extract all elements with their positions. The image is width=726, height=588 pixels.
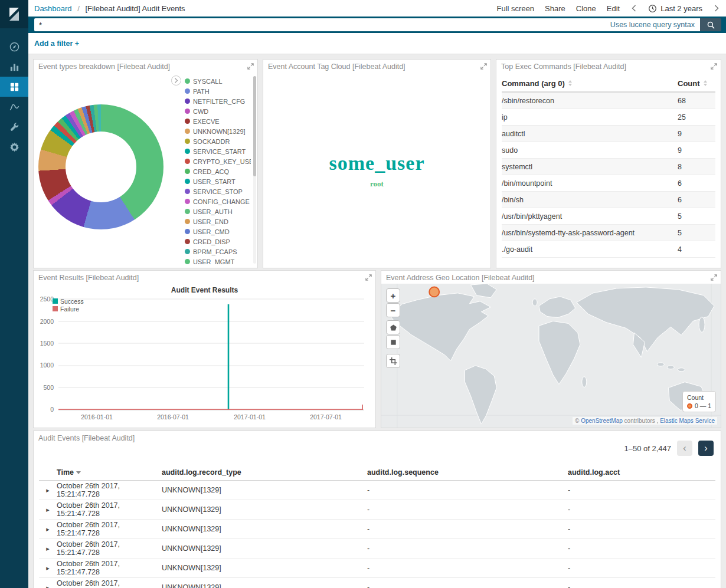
- legend-item[interactable]: CRED_DISP: [185, 236, 251, 247]
- legend-item[interactable]: USER_AUTH: [185, 206, 251, 216]
- breadcrumb-dashboard-link[interactable]: Dashboard: [34, 4, 72, 13]
- legend-item[interactable]: USER_END: [185, 216, 251, 226]
- column-header-sequence[interactable]: auditd.log.sequence: [367, 468, 568, 477]
- column-header-command[interactable]: Command (arg 0): [502, 79, 678, 88]
- legend-item[interactable]: USER_START: [185, 176, 251, 186]
- nav-visualize[interactable]: [0, 57, 28, 77]
- kibana-logo[interactable]: [0, 0, 28, 28]
- tag-some-user[interactable]: some_user: [329, 152, 425, 175]
- nav-timelion[interactable]: [0, 97, 28, 117]
- zoom-in-button[interactable]: +: [386, 288, 400, 303]
- geo-marker[interactable]: [429, 287, 439, 297]
- expand-panel-icon[interactable]: [710, 62, 718, 70]
- expand-panel-icon[interactable]: [710, 273, 718, 281]
- map-attribution: © OpenStreetMap contributors , Elastic M…: [573, 417, 717, 425]
- legend-item[interactable]: SERVICE_START: [185, 146, 251, 156]
- elastic-maps-service-link[interactable]: Elastic Maps Service: [660, 418, 715, 424]
- legend-item[interactable]: SERVICE_STOP: [185, 186, 251, 196]
- crop-button[interactable]: [386, 354, 400, 368]
- legend-scrollbar[interactable]: [253, 76, 256, 264]
- column-header-count[interactable]: Count: [678, 79, 715, 88]
- edit-button[interactable]: Edit: [607, 4, 620, 13]
- table-row[interactable]: ▸ October 26th 2017, 15:21:47.728UNKNOWN…: [39, 559, 715, 578]
- table-row[interactable]: ./go-audit4: [502, 241, 715, 258]
- legend-collapse-button[interactable]: [171, 75, 181, 86]
- legend-item[interactable]: SOCKADDR: [185, 136, 251, 146]
- legend-item[interactable]: BPRM_FCAPS: [185, 247, 251, 257]
- table-row[interactable]: /sbin/restorecon68: [502, 93, 715, 109]
- column-header-record-type[interactable]: auditd.log.record_type: [162, 468, 367, 477]
- expand-row-icon[interactable]: ▸: [39, 506, 57, 514]
- legend-swatch: [185, 139, 190, 144]
- legend-item[interactable]: USER_CMD: [185, 226, 251, 236]
- full-screen-button[interactable]: Full screen: [497, 4, 535, 13]
- nav-discover[interactable]: [0, 37, 28, 57]
- expand-row-icon[interactable]: ▸: [39, 545, 57, 553]
- draw-rectangle-button[interactable]: [386, 335, 400, 349]
- table-row[interactable]: ▸ October 26th 2017, 15:21:47.728UNKNOWN…: [39, 539, 715, 559]
- table-row[interactable]: ▸ October 26th 2017, 15:21:47.728UNKNOWN…: [39, 578, 715, 588]
- legend-item[interactable]: UNKNOWN[1329]: [185, 126, 251, 136]
- expand-row-icon[interactable]: ▸: [39, 564, 57, 572]
- table-row[interactable]: ▸ October 26th 2017, 15:21:47.728UNKNOWN…: [39, 520, 715, 539]
- legend-range: 0 — 1: [695, 402, 711, 409]
- world-map[interactable]: + − Count 0 — 1 © OpenStreetMap contribu…: [381, 284, 721, 428]
- legend-item[interactable]: CRED_ACQ: [185, 166, 251, 176]
- table-row[interactable]: /bin/sh6: [502, 192, 715, 208]
- previous-page-button[interactable]: ‹: [677, 441, 692, 456]
- expand-row-icon[interactable]: ▸: [39, 584, 57, 588]
- tag-root[interactable]: root: [370, 179, 384, 189]
- legend-item-failure[interactable]: Failure: [53, 305, 84, 313]
- time-picker-button[interactable]: Last 2 years: [648, 4, 702, 13]
- table-row[interactable]: /usr/bin/systemd-tty-ask-password-agent5: [502, 225, 715, 241]
- expand-panel-icon[interactable]: [365, 273, 373, 281]
- zoom-out-button[interactable]: −: [386, 303, 400, 317]
- table-row[interactable]: /usr/bin/pkttyagent5: [502, 208, 715, 225]
- lucene-syntax-link[interactable]: Uses lucene query syntax: [610, 21, 695, 29]
- donut-chart[interactable]: [38, 104, 163, 229]
- legend-item[interactable]: CRYPTO_KEY_USER: [185, 156, 251, 166]
- openstreetmap-link[interactable]: OpenStreetMap: [581, 418, 623, 424]
- time-step-back-button[interactable]: [630, 4, 637, 13]
- add-filter-button[interactable]: Add a filter +: [34, 40, 79, 48]
- table-row[interactable]: systemctl8: [502, 159, 715, 175]
- column-header-acct[interactable]: auditd.log.acct: [568, 468, 715, 477]
- time-step-forward-button[interactable]: [713, 4, 720, 13]
- legend-item[interactable]: SYSCALL: [185, 76, 251, 86]
- rectangle-icon: [390, 339, 397, 346]
- search-input[interactable]: [34, 21, 610, 29]
- nav-dashboard[interactable]: [0, 77, 28, 97]
- search-button[interactable]: [700, 18, 721, 31]
- expand-panel-icon[interactable]: [480, 62, 488, 70]
- table-row[interactable]: ▸ October 26th 2017, 15:21:47.728UNKNOWN…: [39, 500, 715, 520]
- legend-label: USER_END: [193, 218, 228, 225]
- legend-item[interactable]: NETFILTER_CFG: [185, 96, 251, 106]
- expand-row-icon[interactable]: ▸: [39, 525, 57, 533]
- draw-polygon-button[interactable]: [386, 320, 400, 334]
- legend-swatch: [185, 98, 190, 104]
- legend-swatch: [185, 169, 190, 174]
- legend-item[interactable]: EXECVE: [185, 116, 251, 126]
- column-header-time[interactable]: Time: [57, 468, 162, 477]
- panel-title: Audit Events [Filebeat Auditd]: [38, 434, 135, 442]
- share-button[interactable]: Share: [545, 4, 565, 13]
- next-page-button[interactable]: ›: [698, 441, 714, 456]
- scrollbar-thumb[interactable]: [253, 76, 256, 176]
- tag-cloud: some_user root: [263, 73, 490, 268]
- legend-item-success[interactable]: Success: [53, 297, 84, 305]
- nav-management[interactable]: [0, 137, 28, 157]
- legend-item[interactable]: PATH: [185, 86, 251, 96]
- expand-panel-icon[interactable]: [247, 62, 255, 70]
- clone-button[interactable]: Clone: [576, 4, 596, 13]
- legend-item[interactable]: CONFIG_CHANGE: [185, 196, 251, 206]
- table-row[interactable]: auditctl9: [502, 126, 715, 142]
- legend-item[interactable]: USER_MGMT: [185, 257, 251, 265]
- legend-swatch: [185, 149, 190, 154]
- legend-item[interactable]: CWD: [185, 106, 251, 116]
- nav-dev-tools[interactable]: [0, 117, 28, 137]
- expand-row-icon[interactable]: ▸: [39, 487, 57, 494]
- table-row[interactable]: ip25: [502, 109, 715, 126]
- table-row[interactable]: sudo9: [502, 142, 715, 159]
- table-row[interactable]: ▸ October 26th 2017, 15:21:47.728UNKNOWN…: [39, 481, 715, 500]
- table-row[interactable]: /bin/mountpoint6: [502, 175, 715, 192]
